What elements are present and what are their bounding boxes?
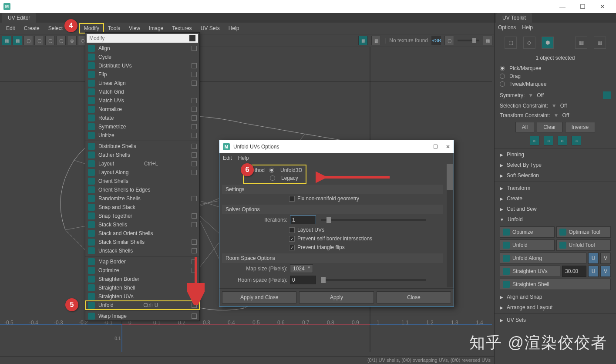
fix-nonmanifold-checkbox[interactable] [289, 196, 295, 202]
modify-item-align[interactable]: Align [85, 44, 199, 53]
straighten-value-input[interactable] [562, 266, 586, 277]
tool-icon[interactable]: ▦ [2, 36, 11, 45]
modify-item-unfold[interactable]: UnfoldCtrl+U [85, 301, 199, 310]
modify-item-warp-image[interactable]: Warp Image [85, 312, 199, 320]
uv-editor-tab[interactable]: UV Editor [2, 13, 36, 23]
grow-icon[interactable]: ⇤ [530, 136, 539, 145]
texture-icon[interactable]: ▦ [358, 36, 368, 45]
minimize-button[interactable]: — [552, 0, 572, 13]
prevent-border-checkbox[interactable] [289, 236, 295, 242]
sel-constraint[interactable]: Off [560, 103, 567, 109]
menu-view[interactable]: View [125, 24, 145, 33]
maximize-button[interactable]: ☐ [572, 0, 592, 13]
tool-icon[interactable]: ▢ [34, 36, 44, 45]
straighten-shell-button[interactable]: Straighten Shell [500, 279, 611, 290]
option-box[interactable] [192, 152, 197, 158]
selectmode-icon[interactable]: ▦ [575, 37, 587, 49]
dialog-close[interactable]: ✕ [446, 144, 450, 150]
section-uvsets[interactable]: ▶UV Sets [495, 315, 616, 325]
grow-icon[interactable]: ⇤ [558, 136, 567, 145]
option-box[interactable] [192, 107, 197, 112]
option-box[interactable] [192, 81, 197, 86]
dialog-menu-help[interactable]: Help [238, 155, 249, 161]
modify-item-linear-align[interactable]: Linear Align [85, 79, 199, 88]
modify-item-randomize-shells[interactable]: Randomize Shells [85, 194, 199, 203]
straighten-uvs-button[interactable]: Straighten UVs [500, 266, 560, 277]
apply-button[interactable]: Apply [299, 291, 374, 303]
section-arrange[interactable]: ▶Arrange and Layout [495, 302, 616, 313]
section-transform[interactable]: ▶Transform [495, 183, 616, 193]
iterations-input[interactable] [290, 216, 316, 224]
modify-item-unstack-shells[interactable]: Unstack Shells [85, 246, 199, 255]
rgb-icon[interactable]: RGB [431, 36, 441, 45]
dialog-scrollbar[interactable] [447, 164, 453, 287]
modify-item-match-uvs[interactable]: Match UVs [85, 96, 199, 105]
modify-item-orient-shells-to-edges[interactable]: Orient Shells to Edges [85, 185, 199, 194]
modify-item-unitize[interactable]: Unitize [85, 131, 199, 140]
selectmode-icon[interactable]: ◇ [523, 37, 535, 49]
apply-close-button[interactable]: Apply and Close [222, 291, 296, 303]
selmode-drag[interactable]: Drag [500, 72, 611, 80]
toolkit-menu-options[interactable]: Options [498, 24, 516, 30]
menu-help[interactable]: Help [224, 24, 244, 33]
option-box[interactable] [192, 313, 197, 319]
modify-item-distribute-shells[interactable]: Distribute Shells [85, 142, 199, 151]
option-box[interactable] [192, 222, 197, 227]
tool-icon[interactable]: ▢ [56, 36, 66, 45]
tool-icon[interactable]: ▦ [483, 36, 492, 45]
modify-item-stack-shells[interactable]: Stack Shells [85, 220, 199, 229]
option-box[interactable] [192, 115, 197, 121]
layout-uvs-checkbox[interactable] [289, 227, 295, 233]
modify-item-gather-shells[interactable]: Gather Shells [85, 151, 199, 159]
section-pinning[interactable]: ▶Pinning [495, 149, 616, 160]
map-size-select[interactable]: 1024 [290, 264, 313, 273]
sel-all-button[interactable]: All [515, 122, 534, 132]
modify-item-optimize[interactable]: Optimize [85, 266, 199, 275]
modify-item-snap-and-stack[interactable]: Snap and Stack [85, 203, 199, 212]
option-box[interactable] [192, 144, 197, 149]
method-unfold3d-radio[interactable] [269, 168, 274, 173]
option-box[interactable] [192, 72, 197, 77]
selmode-pick[interactable]: Pick/Marquee [500, 64, 611, 72]
selectmode-icon[interactable]: ▦ [594, 37, 606, 49]
modify-item-symmetrize[interactable]: Symmetrize [85, 122, 199, 131]
sel-clear-button[interactable]: Clear [537, 122, 562, 132]
modify-item-straighten-uvs[interactable]: Straighten UVs [85, 292, 199, 301]
modify-item-distribute-uvs[interactable]: Distribute UVs [85, 61, 199, 70]
unfold-u-button[interactable]: U [588, 253, 599, 264]
menu-uvsets[interactable]: UV Sets [196, 24, 224, 33]
option-box[interactable] [192, 161, 197, 166]
modify-item-match-grid[interactable]: Match Grid [85, 88, 199, 96]
grow-icon[interactable]: ⇥ [544, 136, 553, 145]
menu-image[interactable]: Image [145, 24, 168, 33]
section-softsel[interactable]: ▶Soft Selection [495, 170, 616, 181]
modify-item-normalize[interactable]: Normalize [85, 105, 199, 114]
method-legacy-radio[interactable] [270, 175, 275, 181]
option-box[interactable] [192, 63, 197, 68]
dialog-minimize[interactable]: — [420, 144, 425, 150]
grow-icon[interactable]: ⇥ [572, 136, 581, 145]
unfold-v-button[interactable]: V [600, 253, 611, 264]
selectmode-icon[interactable]: ⬢ [542, 37, 554, 49]
section-alignsnap[interactable]: ▶Align and Snap [495, 292, 616, 302]
option-box[interactable] [192, 46, 197, 51]
tool-icon[interactable]: ▢ [444, 36, 454, 45]
uv-toolkit-tab[interactable]: UV Toolkit [496, 13, 532, 23]
tool-icon[interactable]: ▢ [24, 36, 33, 45]
modify-item-stack-similar-shells[interactable]: Stack Similar Shells [85, 238, 199, 246]
xform-constraint[interactable]: Off [562, 112, 569, 118]
dialog-menu-edit[interactable]: Edit [223, 155, 232, 161]
symmetry-value[interactable]: Off [537, 92, 544, 98]
modify-item-stack-and-orient-shells[interactable]: Stack and Orient Shells [85, 229, 199, 238]
tool-icon[interactable]: ▦ [13, 36, 22, 45]
selectmode-icon[interactable]: ▢ [505, 37, 517, 49]
straighten-u-button[interactable]: U [588, 266, 599, 277]
symmetry-icon[interactable] [603, 91, 611, 99]
modify-item-straighten-border[interactable]: Straighten Border [85, 275, 199, 283]
menu-modify[interactable]: Modify [80, 24, 104, 33]
menu-create[interactable]: Create [20, 24, 44, 33]
option-box[interactable] [192, 124, 197, 129]
close-button[interactable]: Close [377, 291, 451, 303]
sel-inverse-button[interactable]: Inverse [565, 122, 595, 132]
tool-icon[interactable]: ▢ [45, 36, 55, 45]
